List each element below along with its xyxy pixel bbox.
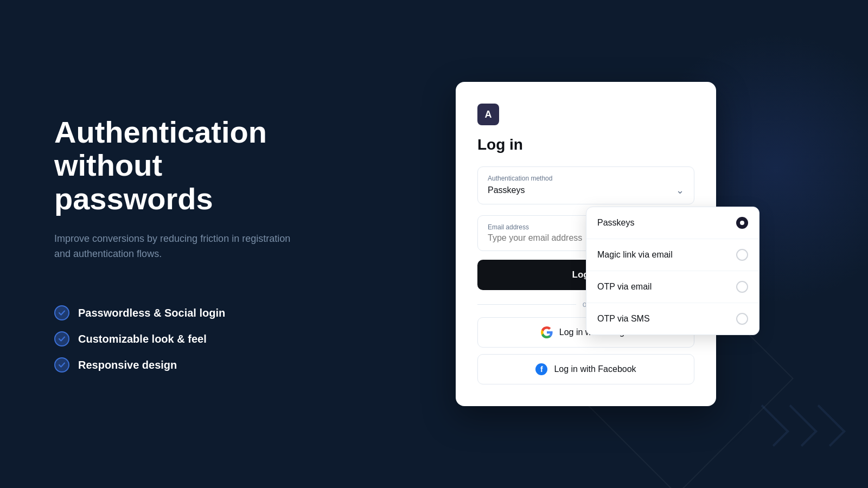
dropdown-option-otp-sms[interactable]: OTP via SMS xyxy=(586,303,759,335)
feature-item-3: Responsive design xyxy=(54,357,293,373)
feature-item-2: Customizable look & feel xyxy=(54,331,293,346)
dropdown-option-otp-email[interactable]: OTP via email xyxy=(586,271,759,303)
dropdown-option-magic-link-label: Magic link via email xyxy=(597,250,673,260)
facebook-button-label: Log in with Facebook xyxy=(554,364,636,374)
auth-method-value: Passkeys xyxy=(488,185,525,195)
check-icon-3 xyxy=(54,357,69,373)
dropdown-option-otp-sms-label: OTP via SMS xyxy=(597,314,650,324)
app-logo: A xyxy=(477,104,499,125)
login-card: A Log in Authentication method Passkeys … xyxy=(456,82,716,406)
facebook-icon: f xyxy=(535,363,547,375)
radio-unchecked-icon-3 xyxy=(736,313,748,325)
radio-checked-icon xyxy=(736,217,748,229)
dropdown-option-otp-email-label: OTP via email xyxy=(597,282,652,292)
feature-item-1: Passwordless & Social login xyxy=(54,305,293,320)
main-heading: Authentication without passwords xyxy=(54,115,293,216)
dropdown-option-passkeys-label: Passkeys xyxy=(597,218,634,228)
chevron-down-icon: ⌄ xyxy=(676,184,684,196)
right-panel: A Log in Authentication method Passkeys … xyxy=(336,82,868,406)
auth-method-label: Authentication method xyxy=(488,175,684,182)
auth-method-dropdown-menu: Passkeys Magic link via email OTP via em… xyxy=(586,207,760,335)
chevron-decoration xyxy=(757,407,835,445)
feature-text-1: Passwordless & Social login xyxy=(78,307,225,319)
divider-line-left xyxy=(477,304,576,305)
check-icon-1 xyxy=(54,305,69,320)
sub-heading: Improve conversions by reducing friction… xyxy=(54,231,293,262)
check-icon-2 xyxy=(54,331,69,346)
card-title: Log in xyxy=(477,136,694,153)
left-panel: Authentication without passwords Improve… xyxy=(0,72,336,416)
google-icon xyxy=(541,326,553,338)
auth-method-dropdown-wrapper: Authentication method Passkeys ⌄ Passkey… xyxy=(477,166,694,204)
auth-method-dropdown[interactable]: Authentication method Passkeys ⌄ xyxy=(477,166,694,204)
app-logo-letter: A xyxy=(485,109,492,120)
dropdown-option-passkeys[interactable]: Passkeys xyxy=(586,207,759,239)
radio-unchecked-icon-1 xyxy=(736,249,748,261)
dropdown-option-magic-link[interactable]: Magic link via email xyxy=(586,239,759,271)
radio-unchecked-icon-2 xyxy=(736,281,748,293)
feature-list: Passwordless & Social login Customizable… xyxy=(54,305,293,373)
feature-text-3: Responsive design xyxy=(78,359,177,371)
feature-text-2: Customizable look & feel xyxy=(78,333,207,345)
facebook-login-button[interactable]: f Log in with Facebook xyxy=(477,354,694,384)
dropdown-value-row: Passkeys ⌄ xyxy=(488,184,684,196)
